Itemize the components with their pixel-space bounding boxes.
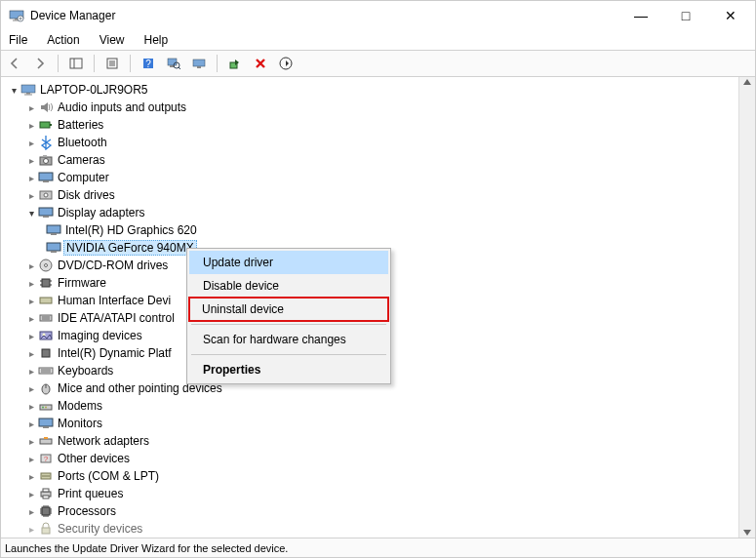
uninstall-button[interactable] [251, 54, 270, 73]
help-button[interactable]: ? [139, 54, 158, 73]
category-label: DVD/CD-ROM drives [58, 259, 168, 272]
expand-icon[interactable]: ▸ [24, 436, 38, 447]
svg-rect-29 [43, 180, 49, 182]
expand-icon[interactable]: ▸ [24, 401, 38, 412]
expand-icon[interactable]: ▸ [24, 418, 38, 429]
toolbar-separator [130, 55, 131, 72]
svg-point-26 [44, 159, 49, 164]
menu-view[interactable]: View [96, 31, 129, 49]
collapse-icon[interactable]: ▾ [24, 208, 38, 219]
expand-icon[interactable]: ▸ [24, 506, 38, 517]
scan-button[interactable] [164, 54, 183, 73]
category-label: Keyboards [58, 364, 113, 378]
expand-icon[interactable]: ▸ [24, 278, 38, 289]
back-button[interactable] [5, 54, 24, 73]
content: ▾ LAPTOP-0LJR9OR5 ▸ Audio inputs and out… [1, 77, 755, 538]
category-batteries[interactable]: ▸ Batteries [7, 116, 738, 134]
expand-icon[interactable]: ▸ [24, 524, 38, 535]
expand-icon[interactable]: ▸ [24, 348, 38, 359]
expand-icon[interactable]: ▸ [24, 383, 38, 394]
root-node[interactable]: ▾ LAPTOP-0LJR9OR5 [7, 81, 738, 99]
expand-icon[interactable]: ▸ [24, 120, 38, 131]
window-title: Device Manager [30, 9, 618, 22]
category-label: Processors [58, 504, 116, 518]
category-network[interactable]: ▸ Network adapters [7, 432, 738, 450]
menu-scan-hardware[interactable]: Scan for hardware changes [189, 328, 388, 351]
menu-update-driver[interactable]: Update driver [189, 251, 388, 274]
category-label: Human Interface Devi [58, 294, 171, 307]
expand-icon[interactable]: ▸ [24, 454, 38, 464]
close-button[interactable]: ✕ [708, 1, 753, 30]
maximize-button[interactable]: □ [663, 1, 708, 30]
disk-icon [38, 187, 54, 203]
device-tree[interactable]: ▾ LAPTOP-0LJR9OR5 ▸ Audio inputs and out… [1, 77, 738, 536]
enable-button[interactable] [225, 54, 245, 73]
expand-icon[interactable]: ▾ [7, 85, 20, 96]
audio-icon [38, 100, 54, 115]
expand-icon[interactable]: ▸ [24, 155, 38, 166]
port-icon [38, 468, 54, 484]
category-security[interactable]: ▸ Security devices [7, 520, 738, 536]
device-intel-hd[interactable]: Intel(R) HD Graphics 620 [7, 221, 738, 239]
category-display-adapters[interactable]: ▾ Display adapters [7, 204, 738, 221]
expand-icon[interactable]: ▸ [24, 260, 38, 271]
menu-properties[interactable]: Properties [189, 358, 388, 381]
statusbar: Launches the Update Driver Wizard for th… [1, 538, 755, 557]
category-processors[interactable]: ▸ Processors [7, 502, 738, 520]
category-other[interactable]: ▸ ? Other devices [7, 450, 738, 467]
svg-rect-28 [39, 173, 53, 180]
toolbar-separator [58, 55, 59, 72]
ide-icon [38, 310, 54, 326]
expand-icon[interactable]: ▸ [24, 313, 38, 324]
category-modems[interactable]: ▸ Modems [7, 397, 738, 415]
expand-icon[interactable]: ▸ [24, 471, 38, 482]
category-audio[interactable]: ▸ Audio inputs and outputs [7, 99, 738, 116]
category-label: Modems [58, 399, 102, 413]
category-disk-drives[interactable]: ▸ Disk drives [7, 186, 738, 204]
window-buttons: — □ ✕ [618, 1, 753, 30]
update-driver-button[interactable] [189, 54, 209, 73]
svg-rect-4 [70, 59, 82, 68]
expand-icon[interactable]: ▸ [24, 366, 38, 377]
context-menu: Update driver Disable device Uninstall d… [186, 248, 391, 384]
network-icon [38, 433, 54, 449]
menu-disable-device[interactable]: Disable device [189, 274, 388, 298]
expand-icon[interactable]: ▸ [24, 331, 38, 341]
menu-separator [191, 324, 386, 325]
display-icon [46, 240, 61, 256]
properties-button[interactable] [102, 54, 122, 73]
category-monitors[interactable]: ▸ Monitors [7, 415, 738, 432]
menu-uninstall-device[interactable]: Uninstall device [188, 297, 389, 322]
toolbar: ? [1, 50, 755, 77]
add-legacy-button[interactable] [276, 54, 296, 73]
svg-rect-71 [43, 489, 49, 492]
category-bluetooth[interactable]: ▸ Bluetooth [7, 134, 738, 151]
expand-icon[interactable]: ▸ [24, 190, 38, 201]
menubar: File Action View Help [1, 30, 755, 50]
category-label: Display adapters [58, 206, 144, 219]
svg-rect-86 [42, 528, 50, 534]
menu-help[interactable]: Help [140, 31, 173, 49]
expand-icon[interactable]: ▸ [24, 102, 38, 113]
other-icon: ? [38, 451, 54, 466]
expand-icon[interactable]: ▸ [24, 138, 38, 148]
battery-icon [38, 117, 54, 133]
forward-button[interactable] [30, 54, 50, 73]
category-computer[interactable]: ▸ Computer [7, 169, 738, 186]
expand-icon[interactable]: ▸ [24, 296, 38, 306]
minimize-button[interactable]: — [618, 1, 663, 30]
category-label: Monitors [58, 417, 102, 430]
category-cameras[interactable]: ▸ Cameras [7, 151, 738, 169]
category-ports[interactable]: ▸ Ports (COM & LPT) [7, 467, 738, 485]
menu-file[interactable]: File [5, 31, 31, 49]
category-print-queues[interactable]: ▸ Print queues [7, 485, 738, 502]
bluetooth-icon [38, 135, 54, 150]
svg-point-31 [44, 193, 48, 197]
vertical-scrollbar[interactable] [738, 77, 755, 538]
menu-action[interactable]: Action [43, 31, 83, 49]
camera-icon [38, 152, 54, 168]
category-label: Computer [58, 171, 109, 184]
expand-icon[interactable]: ▸ [24, 489, 38, 499]
expand-icon[interactable]: ▸ [24, 173, 38, 183]
show-hide-tree-button[interactable] [66, 54, 86, 73]
